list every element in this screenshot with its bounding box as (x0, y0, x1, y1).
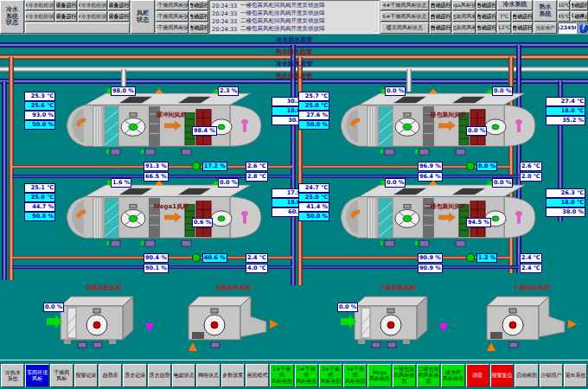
bottom-button[interactable]: 趋势表 (99, 364, 122, 387)
valve-icon[interactable] (192, 253, 201, 262)
fan-status-label[interactable]: 1#干燥间风柜状态 (156, 0, 189, 10)
bottom-button[interactable]: 报警复位 (490, 364, 514, 387)
pipe-value: 90.9 % (418, 253, 443, 263)
damper-icon (509, 342, 518, 348)
humidity-setpoint[interactable]: 50.0 % (24, 120, 55, 130)
valve-icon[interactable] (466, 253, 475, 262)
bottom-button[interactable]: Mega 风柜画面 (368, 364, 391, 387)
bottom-button[interactable]: 2#干燥间 风柜画面 (295, 364, 318, 387)
bottom-button[interactable]: 缓冲间 风柜画面 (441, 364, 464, 387)
temp-setpoint[interactable]: 25.0 ℃ (24, 193, 55, 202)
chiller-status-label[interactable]: 2#冷水机组状态 (25, 11, 54, 22)
ahu-name: Mega1风柜 (102, 202, 240, 211)
fan-status-label[interactable]: 4#干燥间风柜状态 (380, 0, 429, 10)
bottom-button[interactable]: 车间环境 风柜 (25, 364, 48, 387)
bottom-button[interactable]: 3#干燥间 风柜画面 (319, 364, 342, 387)
valve-icon[interactable] (192, 162, 201, 170)
bottom-button[interactable]: 一楼包装 间风柜画面 (393, 364, 416, 387)
bottom-button[interactable]: 电能状态 (172, 364, 195, 387)
humidity-setpoint[interactable]: 50.0 % (298, 120, 329, 130)
fan-icon (485, 119, 506, 135)
fan-status-label[interactable]: 3#干燥间风柜状态 (156, 22, 189, 34)
fan-status-label[interactable]: 暖库间风柜状态 (380, 22, 429, 34)
supply-air-temp: 26.3 ℃ (546, 188, 585, 198)
fan-status-label[interactable]: 2#干燥间风柜状态 (156, 11, 189, 22)
fan-status-value: 自动运行 (430, 22, 451, 34)
bottom-button[interactable]: 退出系统 (564, 364, 587, 387)
small-ahu-supply[interactable]: 干燥间新风柜 0.0 % (337, 284, 458, 361)
temp-setpoint[interactable]: 25.6 ℃ (24, 101, 55, 111)
supply-setpoint[interactable]: 18.0 ℃ (546, 198, 585, 207)
ahu-graphic (329, 88, 537, 163)
small-ahu-exhaust[interactable]: 干燥间排风柜 (471, 284, 588, 361)
inflow-arrow-icon (487, 342, 495, 351)
alarm-row[interactable]: 20:24:33二楼包装风柜排风阀开度反馈故障 (212, 25, 377, 33)
fan-status-label[interactable]: 二楼包装间风柜状态 (452, 22, 476, 34)
valve-opening: 1.2 % (476, 253, 497, 263)
fresh-air-opening: 0.0 % (218, 178, 239, 188)
bottom-button[interactable]: 注销用户 (540, 364, 563, 387)
valve-icon[interactable] (466, 162, 475, 170)
fresh-air-opening: 0.0 % (492, 178, 513, 188)
humidity-setpoint[interactable]: 50.8 % (24, 212, 55, 221)
bottom-button[interactable]: 历史记录 (123, 364, 146, 387)
bottom-button[interactable]: 冷热水 系统 (1, 364, 24, 387)
hot-water-status[interactable]: 手动停止 (571, 11, 588, 22)
damper-opening: 98.0 % (111, 86, 136, 96)
bottom-button[interactable]: 4#干燥间 风柜画面 (343, 364, 367, 387)
sensor-value: 2.6 ℃ (246, 162, 268, 171)
chiller-status-label[interactable]: 3#冷水机组状态 (78, 11, 107, 22)
ahu-unit[interactable]: 24.7 ℃ 25.0 ℃ 41.4 % 50.0 % (298, 178, 588, 275)
chiller-status-label[interactable]: 1#冷水机组状态 (25, 0, 54, 10)
supply-setpoint[interactable]: 18.0 ℃ (546, 106, 585, 116)
fan-panel-title: 风柜 状态 (131, 0, 155, 34)
small-ahu-exhaust[interactable]: 包装间排风柜 (173, 284, 294, 361)
current-user-value[interactable]: 123456 (558, 22, 577, 34)
hot-water-status[interactable]: 自动运行 (571, 0, 588, 10)
alarm-text: 一楼包装风柜回风阀开度反馈故障 (240, 2, 377, 10)
bottom-button[interactable]: 1#干燥间 风柜画面 (270, 364, 293, 387)
return-air-temp: 25.7 ℃ (298, 92, 329, 101)
ahu-unit[interactable]: 25.7 ℃ 25.0 ℃ 27.6 % 50.0 % (298, 86, 588, 183)
ahu-unit[interactable]: 25.1 ℃ 25.0 ℃ 44.7 % 50.8 % (24, 178, 314, 275)
bottom-button[interactable]: 二楼包装 间风柜画面 (417, 364, 440, 387)
temp-setpoint[interactable]: 25.0 ℃ (298, 193, 329, 202)
damper-opening: 0.0 % (43, 303, 64, 312)
help-button[interactable]: ? (578, 23, 588, 33)
bottom-button[interactable]: 报警记录 (74, 364, 98, 387)
small-unit-graphic (47, 292, 159, 349)
ahu-area-packing-1f: 25.7 ℃ 25.0 ℃ 27.6 % 50.0 % (298, 86, 588, 183)
bottom-button[interactable]: 启动画面 (514, 364, 538, 387)
return-air-temp: 25.1 ℃ (24, 183, 55, 193)
ahu-name: 二楼包装间风柜 (376, 202, 514, 211)
cold-water-status[interactable]: 自动运行 (512, 22, 533, 34)
hot-water-temp: 50℃ (558, 0, 570, 10)
damper-opening: 1.6 % (111, 178, 131, 188)
temp-setpoint[interactable]: 25.0 ℃ (298, 101, 329, 111)
main-label-cold-supply: 冷水供水总管 (0, 35, 588, 44)
alarm-row[interactable]: 20:24:33一楼包装风柜回风阀开度反馈故障 (212, 2, 377, 10)
main-label-cold-return: 冷水回水总管 (0, 60, 588, 68)
bottom-button[interactable]: 参数设置 (221, 364, 245, 387)
ahu-graphic (55, 88, 263, 163)
bottom-button[interactable]: 消音 (466, 364, 489, 387)
fan-status-label[interactable]: 一楼包装间风柜状态 (452, 11, 476, 22)
sensor-value: 2.4 ℃ (246, 253, 268, 263)
damper-icons (111, 149, 191, 155)
exhaust-spout (539, 297, 565, 337)
fan-status-label[interactable]: Mega风柜状态 (452, 0, 476, 10)
alarm-row[interactable]: 20:24:33二楼包装风柜回风阀开度反馈故障 (212, 17, 377, 25)
alarm-row[interactable]: 20:24:33一楼包装风柜排风阀开度反馈故障 (212, 10, 377, 17)
mid-opening: 0.0 % (466, 126, 487, 136)
cold-water-status[interactable]: 自动运行 (512, 11, 533, 22)
valve-icon (515, 211, 522, 216)
bottom-button[interactable]: 网络状态 (196, 364, 220, 387)
ahu-unit[interactable]: 25.3 ℃ 25.6 ℃ 93.0 % 50.0 % (24, 86, 314, 183)
bottom-button[interactable]: 历史趋势 (148, 364, 171, 387)
chiller-status-label[interactable]: 4#冷水机组状态 (78, 0, 107, 10)
small-ahu-supply[interactable]: 包装间新风柜 0.0 % (43, 284, 164, 361)
bottom-button[interactable]: 画面模式 (246, 364, 269, 387)
bottom-button[interactable]: 干燥间 风柜 (50, 364, 74, 387)
humidity-setpoint[interactable]: 50.0 % (298, 212, 329, 221)
fan-status-label[interactable]: 6#干燥间风柜状态 (380, 11, 429, 22)
